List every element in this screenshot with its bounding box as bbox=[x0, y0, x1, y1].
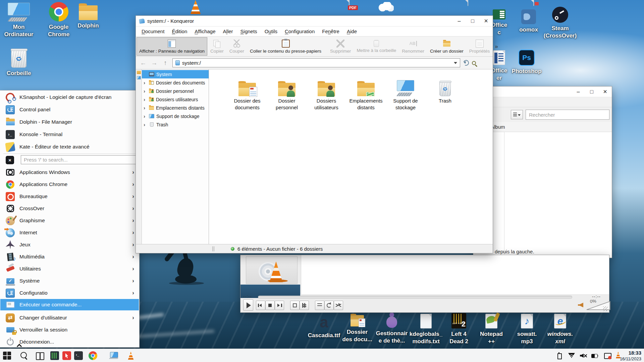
stop-button[interactable] bbox=[265, 301, 275, 310]
previous-button[interactable] bbox=[256, 301, 265, 310]
cloud-icon[interactable] bbox=[378, 2, 394, 11]
kmenu-run-command[interactable]: Exécuter une commande... bbox=[0, 299, 139, 310]
shortcut-gestionnaire-themes[interactable]: Gestionnair e de thè... bbox=[374, 312, 409, 345]
menu-edition[interactable]: Édition bbox=[168, 28, 191, 34]
menu-aide[interactable]: Aide bbox=[343, 28, 361, 34]
menu-aller[interactable]: Aller bbox=[219, 28, 237, 34]
minimize-button[interactable]: – bbox=[452, 16, 466, 26]
menu-fenetre[interactable]: Fenêtre bbox=[318, 28, 343, 34]
konsole-taskbar-icon[interactable] bbox=[74, 351, 83, 360]
shortcut-dolphin[interactable]: Dolphin bbox=[69, 5, 107, 29]
statusbar-grip[interactable] bbox=[212, 246, 215, 251]
view-options-button[interactable] bbox=[511, 110, 523, 119]
shortcut-steam-crossover[interactable]: Steam (CrossOver) bbox=[537, 7, 584, 40]
close-button[interactable]: × bbox=[598, 87, 612, 97]
kmenu-cat-bureautique[interactable]: Bureautique› bbox=[0, 190, 139, 202]
chevron-down-icon[interactable] bbox=[454, 62, 457, 66]
menu-document[interactable]: Document bbox=[138, 28, 168, 34]
album-header[interactable]: Album bbox=[473, 122, 612, 132]
system-monitor-icon[interactable] bbox=[50, 351, 59, 360]
tree-item-distants[interactable]: ›Emplacements distants bbox=[142, 104, 209, 112]
photo-titlebar[interactable]: – □ × bbox=[473, 86, 612, 97]
toolbar-copy-button[interactable]: Copier bbox=[208, 37, 226, 56]
kmenu-item-kate[interactable]: Kate - Éditeur de texte avancé bbox=[0, 141, 139, 153]
equalizer-button[interactable] bbox=[300, 301, 309, 310]
kmenu-cat-configuration[interactable]: Configuratio› bbox=[0, 287, 139, 299]
pointer-app-icon[interactable] bbox=[62, 351, 71, 360]
kmenu-cat-utilitaires[interactable]: Utilitaires› bbox=[0, 263, 139, 275]
shortcut-left4dead2[interactable]: LEFT 4 DEAD 2 Left 4 Dead 2 bbox=[442, 313, 476, 345]
kmenu-cat-multimedia[interactable]: Multimédia› bbox=[0, 251, 139, 263]
kmenu-cat-internet[interactable]: Internet› bbox=[0, 227, 139, 239]
playlist-button[interactable] bbox=[315, 301, 324, 310]
file-fragment-icon[interactable] bbox=[468, 0, 468, 6]
file-trash[interactable]: Trash bbox=[426, 77, 464, 104]
menu-outils[interactable]: Outils bbox=[261, 28, 281, 34]
konqueror-titlebar[interactable]: system:/ - Konqueror – □ × bbox=[136, 16, 493, 26]
tree-item-documents[interactable]: ›Dossier des documents bbox=[142, 78, 209, 87]
kmenu-item-konsole[interactable]: Konsole - Terminal bbox=[0, 128, 139, 140]
close-button[interactable]: × bbox=[479, 16, 493, 26]
maximize-button[interactable]: □ bbox=[466, 16, 479, 26]
tree-item-trash[interactable]: ›Trash bbox=[142, 120, 209, 129]
kmenu-search-input[interactable] bbox=[21, 155, 136, 164]
shortcut-photoshop[interactable]: Ps Photoshop bbox=[503, 50, 550, 75]
sidebar-tab-home-icon[interactable] bbox=[137, 76, 141, 79]
toolbar-new-folder-button[interactable]: Créer un dossier bbox=[427, 37, 466, 56]
search-clear-icon[interactable]: × bbox=[6, 156, 14, 164]
menu-configuration[interactable]: Configuration bbox=[281, 28, 318, 34]
back-icon[interactable]: ← bbox=[139, 59, 147, 67]
tree-item-system[interactable]: System bbox=[142, 70, 209, 78]
loop-button[interactable] bbox=[324, 301, 334, 310]
file-emplacements-distants[interactable]: Emplacements distants bbox=[347, 77, 385, 111]
task-view-icon[interactable] bbox=[36, 351, 44, 360]
shortcut-cascadia-ttf[interactable]: a Cascadia.ttf bbox=[307, 314, 341, 339]
toolbar-trash-button[interactable]: Mettre à la corbeille bbox=[354, 37, 399, 56]
volume-muted-tray-icon[interactable] bbox=[580, 352, 587, 359]
kmenu-cat-systeme[interactable]: Système› bbox=[0, 275, 139, 287]
shortcut-mon-ordinateur[interactable]: Mon Ordinateur bbox=[0, 3, 38, 38]
kmenu-item-control-panel[interactable]: Control panel bbox=[0, 104, 139, 116]
tree-item-personnel[interactable]: ›Dossier personnel bbox=[142, 87, 209, 95]
shortcut-sowatt-mp3[interactable]: ♪ sowatt. mp3 bbox=[510, 314, 544, 345]
shuffle-button[interactable] bbox=[334, 301, 343, 310]
minimize-button[interactable]: – bbox=[572, 87, 585, 97]
start-button[interactable] bbox=[3, 351, 11, 360]
vlc-cone-fragment-icon[interactable] bbox=[189, 0, 202, 14]
kmenu-cat-applications-windows[interactable]: Applications Windows› bbox=[0, 166, 139, 178]
up-icon[interactable]: ↑ bbox=[161, 59, 169, 67]
sidebar-tab-folder-icon[interactable] bbox=[137, 71, 141, 74]
speaker-icon[interactable] bbox=[578, 303, 583, 307]
shortcut-notepadpp[interactable]: Notepad ++ bbox=[475, 314, 508, 345]
seek-bar[interactable] bbox=[258, 296, 572, 299]
resize-grip[interactable] bbox=[603, 306, 608, 311]
file-fragment-icon[interactable] bbox=[533, 0, 534, 6]
file-dossier-des-documents[interactable]: Dossier des documents bbox=[228, 77, 266, 111]
toolbar-properties-button[interactable]: Propriétés bbox=[467, 37, 493, 56]
toolbar-overflow-chevron[interactable]: » bbox=[493, 43, 500, 50]
toolbar-cut-button[interactable]: Couper bbox=[227, 37, 247, 56]
refresh-icon[interactable] bbox=[463, 59, 470, 67]
menu-affichage[interactable]: Affichage bbox=[191, 28, 219, 34]
toolbar-nav-panel-button[interactable]: Afficher : Panneau de navigation bbox=[137, 37, 207, 56]
kmenu-cat-graphisme[interactable]: Graphisme› bbox=[0, 215, 139, 227]
file-dossier-personnel[interactable]: Dossier personnel bbox=[268, 77, 306, 111]
fullscreen-button[interactable] bbox=[290, 301, 300, 310]
kmenu-lock-session[interactable]: Verrouiller la session bbox=[0, 324, 139, 336]
shortcut-dossier-documents[interactable]: Dossier des docu... bbox=[340, 315, 374, 343]
file-support-stockage[interactable]: Support de stockage bbox=[387, 77, 424, 111]
chrome-taskbar-icon[interactable] bbox=[89, 351, 97, 360]
tree-item-utilisateurs[interactable]: ›Dossiers utilisateurs bbox=[142, 95, 209, 104]
photo-search-input[interactable] bbox=[526, 110, 609, 120]
location-combobox[interactable]: system:/ bbox=[172, 58, 460, 67]
sidebar-tab-strip[interactable] bbox=[136, 69, 142, 244]
toolbar-rename-button[interactable]: ABRenommer bbox=[399, 37, 427, 56]
file-dossiers-utilisateurs[interactable]: Dossiers utilisateurs bbox=[308, 77, 345, 111]
play-button[interactable] bbox=[243, 299, 253, 311]
kmenu-item-ksnapshot[interactable]: KSnapshot - Logiciel de capture d'écran bbox=[0, 91, 139, 103]
display-notify-tray-icon[interactable] bbox=[604, 352, 611, 359]
menu-signets[interactable]: Signets bbox=[237, 28, 261, 34]
battery-tray-icon[interactable] bbox=[591, 352, 598, 359]
taskbar-search-icon[interactable] bbox=[20, 351, 29, 360]
clock[interactable]: 18:33 16/11/2023 bbox=[620, 350, 641, 362]
